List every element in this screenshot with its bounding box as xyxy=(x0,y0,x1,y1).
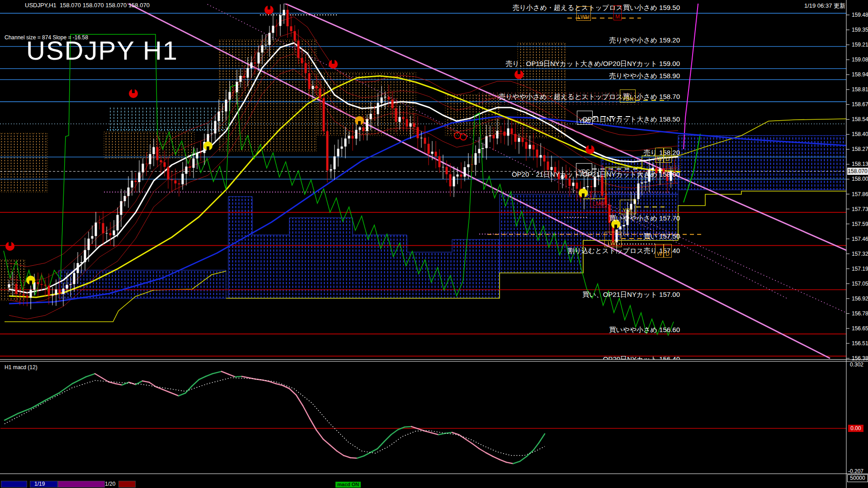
price-tick-label: 158.270 xyxy=(852,146,868,152)
price-tick-label: 156.380 xyxy=(852,355,868,361)
price-tick-label: 157.460 xyxy=(852,236,868,242)
price-tick-label: 158.135 xyxy=(852,161,868,167)
price-tick-label: 156.515 xyxy=(852,340,868,347)
current-price-chip: 158.070 xyxy=(847,168,868,175)
price-tick-label: 158.945 xyxy=(852,71,868,78)
price-tick-label: 157.190 xyxy=(852,266,868,272)
price-tick-label: 157.865 xyxy=(852,191,868,197)
timeline-segment xyxy=(1,481,27,488)
main-plot-layer xyxy=(0,0,868,358)
macd-plot-layer xyxy=(0,371,846,464)
price-tick-label: 158.810 xyxy=(852,86,868,93)
timeline-date-label: 1/19 xyxy=(34,481,45,487)
chart-canvas[interactable] xyxy=(0,0,868,488)
volume-scale-box: 50000 xyxy=(847,474,868,482)
timeline-segment xyxy=(118,481,136,488)
macd-on-badge: macd ON xyxy=(335,482,361,488)
price-tick-label: 156.785 xyxy=(852,310,868,317)
timeline-date-label: 1/20 xyxy=(105,481,115,487)
price-tick-label: 159.215 xyxy=(852,42,868,48)
mt4-chart-window: USDJPY H1 売り小さめ・超えるとストップロス買い小さめ 159.50売り… xyxy=(0,0,868,488)
price-tick-label: 158.000 xyxy=(852,176,868,182)
macd-axis-min: -0.207 xyxy=(848,468,863,474)
price-tick-label: 158.405 xyxy=(852,131,868,137)
price-tick-label: 158.540 xyxy=(852,116,868,122)
price-tick-label: 157.595 xyxy=(852,221,868,227)
timeline-segment xyxy=(58,481,105,488)
macd-axis-zero-chip: 0.00 xyxy=(848,425,863,432)
price-tick-label: 156.920 xyxy=(852,296,868,302)
price-tick-label: 156.650 xyxy=(852,325,868,332)
price-tick-label: 157.325 xyxy=(852,251,868,257)
price-tick-label: 158.675 xyxy=(852,101,868,108)
price-tick-label: 157.055 xyxy=(852,281,868,287)
macd-axis-max: 0.302 xyxy=(850,361,863,368)
price-tick-label: 159.350 xyxy=(852,27,868,33)
price-tick-label: 157.730 xyxy=(852,206,868,212)
price-tick-label: 159.485 xyxy=(852,12,868,18)
price-tick-label: 159.080 xyxy=(852,56,868,63)
